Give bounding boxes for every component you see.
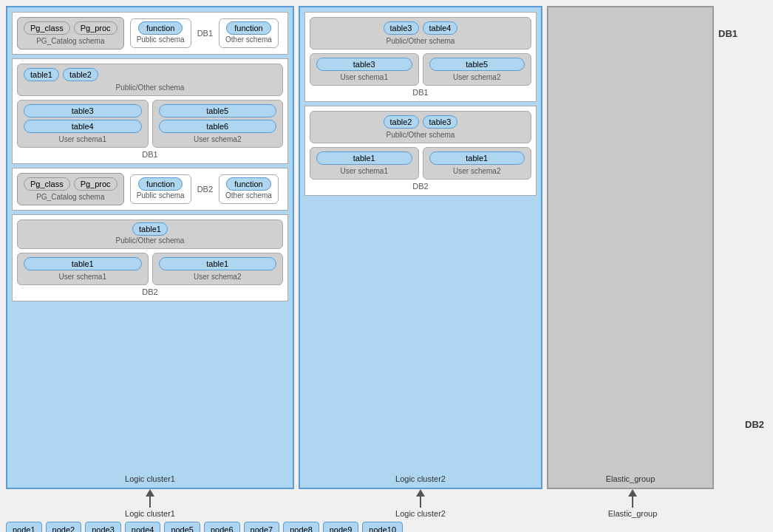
pg-proc-1: Pg_proc bbox=[74, 21, 118, 35]
table4-c2-db1: table4 bbox=[423, 21, 458, 35]
arrow-c1 bbox=[146, 489, 154, 508]
public-other-pills-c1-db1: table1 table2 bbox=[24, 68, 276, 81]
arrow-line-c2 bbox=[420, 497, 421, 508]
arrow-elastic-container bbox=[547, 489, 718, 508]
right-spacer2 bbox=[723, 509, 767, 518]
table2-c1-db1: table2 bbox=[63, 68, 98, 81]
db1-right-label: DB1 bbox=[718, 28, 740, 39]
other-schema-label-1: Other schema bbox=[225, 35, 272, 44]
function-db2-2: function bbox=[226, 177, 271, 191]
node9: node9 bbox=[323, 522, 359, 532]
node8: node8 bbox=[283, 522, 319, 532]
cluster2-db1-box: table3 table4 Public/Other schema table3… bbox=[304, 12, 537, 102]
cluster1-top-white-box: Pg_class Pg_proc PG_Catalog schema funct… bbox=[12, 12, 288, 55]
logic-cluster1-label-bottom: Logic cluster1 bbox=[6, 509, 294, 518]
user-schema2-label-c1-db2: User schema2 bbox=[159, 273, 277, 281]
node3: node3 bbox=[85, 522, 121, 532]
arrow-c1-container bbox=[6, 489, 294, 508]
db2-label-inline-c1: DB2 bbox=[197, 185, 213, 194]
user-schema1-label-c2-db1: User schema1 bbox=[316, 73, 412, 81]
user-schemas-c2-db1: table3 User schema1 table5 User schema2 bbox=[310, 53, 531, 86]
public-other-c2-db2: table2 table3 Public/Other schema bbox=[310, 111, 531, 143]
cluster1-db2-content-box: table1 Public/Other schema table1 User s… bbox=[12, 214, 288, 301]
pg-catalog-label-1: PG_Catalog schema bbox=[24, 37, 118, 45]
node4: node4 bbox=[125, 522, 161, 532]
other-schema-box-1: function Other schema bbox=[219, 18, 279, 48]
function-1: function bbox=[138, 21, 183, 35]
table1-user2-c2-db2: table1 bbox=[429, 151, 525, 165]
arrow-head-c2 bbox=[416, 489, 425, 497]
user-schema1-c2-db2: table1 User schema1 bbox=[310, 147, 419, 180]
pg-catalog-box-1: Pg_class Pg_proc PG_Catalog schema bbox=[17, 17, 124, 50]
table1-user1-c2-db2: table1 bbox=[316, 151, 412, 165]
arrow-elastic bbox=[628, 489, 637, 508]
table3-c2-db2: table3 bbox=[423, 115, 458, 129]
user-schema1-label-c2-db2: User schema1 bbox=[316, 167, 412, 175]
table3-c2-db1: table3 bbox=[384, 21, 419, 35]
public-other-pills-c2-db1: table3 table4 bbox=[316, 21, 525, 35]
node2: node2 bbox=[46, 522, 82, 532]
table1-c1-db1: table1 bbox=[24, 68, 59, 81]
node7: node7 bbox=[244, 522, 280, 532]
arrow-head-elastic bbox=[628, 489, 637, 497]
cluster1-db2-top-white-box: Pg_class Pg_proc PG_Catalog schema funct… bbox=[12, 168, 288, 211]
db2-right-label: DB2 bbox=[745, 419, 767, 430]
cluster1-db1-content-box: table1 table2 Public/Other schema table3… bbox=[12, 58, 288, 164]
table1-user1-c1-db2: table1 bbox=[24, 257, 142, 270]
elastic-group-label-bottom: Elastic_group bbox=[547, 509, 718, 518]
public-other-box-c1-db1: table1 table2 Public/Other schema bbox=[17, 64, 283, 96]
table3-c1-db1: table3 bbox=[24, 104, 142, 117]
logic-cluster2-bottom-label: Logic cluster2 bbox=[304, 474, 537, 483]
logic-cluster2-area: table3 table4 Public/Other schema table3… bbox=[299, 6, 542, 489]
table1-user2-c1-db2: table1 bbox=[159, 257, 277, 270]
elastic-group-bottom-label: Elastic_group bbox=[553, 474, 708, 483]
user-schema1-c2-db1: table3 User schema1 bbox=[310, 53, 419, 86]
user-schemas-c1-db1: table3 table4 User schema1 table5 table6… bbox=[17, 100, 283, 148]
table6-c1-db1: table6 bbox=[159, 120, 277, 133]
db1-content-label: DB1 bbox=[17, 150, 283, 159]
elastic-group-area: Elastic_group bbox=[547, 6, 714, 489]
db1-label-inline-c1: DB1 bbox=[197, 29, 213, 38]
arrow-c2-container bbox=[299, 489, 542, 508]
other-schema-box-db2: function Other schema bbox=[219, 174, 279, 204]
node1: node1 bbox=[6, 522, 42, 532]
public-other-label-c2-db1: Public/Other schema bbox=[316, 37, 525, 45]
right-spacer bbox=[723, 489, 767, 508]
pg-catalog-label-db2: PG_Catalog schema bbox=[24, 193, 118, 201]
user-schema2-c1-db2: table1 User schema2 bbox=[152, 253, 284, 285]
user-schema2-c1-db1: table5 table6 User schema2 bbox=[152, 100, 284, 148]
user-schema1-c1-db2: table1 User schema1 bbox=[17, 253, 149, 285]
public-other-label-c1-db1: Public/Other schema bbox=[24, 83, 276, 92]
arrow-line-c1 bbox=[149, 497, 151, 508]
nodes-section: node1 node2 node3 node4 node5 node6 node… bbox=[6, 522, 767, 532]
bottom-section: Logic cluster1 Logic cluster2 Elastic_gr… bbox=[6, 489, 767, 532]
user-schema2-label-c2-db2: User schema2 bbox=[429, 167, 525, 175]
user-schema2-label-c1-db1: User schema2 bbox=[159, 135, 277, 143]
db2-content-label-c1: DB2 bbox=[17, 287, 283, 296]
public-other-box-c1-db2: table1 Public/Other schema bbox=[17, 219, 283, 249]
user-schema1-label-c1-db2: User schema1 bbox=[24, 273, 142, 281]
function-db2-1: function bbox=[138, 177, 183, 191]
db1-right-side: DB1 bbox=[718, 6, 740, 489]
public-schema-box-1: function Public schema bbox=[130, 18, 191, 48]
logic-cluster1-area: Pg_class Pg_proc PG_Catalog schema funct… bbox=[6, 6, 294, 489]
pg-catalog-box-db2: Pg_class Pg_proc PG_Catalog schema bbox=[17, 173, 124, 205]
user-schemas-c1-db2: table1 User schema1 table1 User schema2 bbox=[17, 253, 283, 285]
arrows-row bbox=[6, 489, 767, 508]
user-schema1-label-c1-db1: User schema1 bbox=[24, 135, 142, 143]
pg-catalog-pills-row-1: Pg_class Pg_proc bbox=[24, 21, 118, 35]
function-2: function bbox=[226, 21, 271, 35]
pg-class-1: Pg_class bbox=[24, 21, 70, 35]
cluster-labels-row: Logic cluster1 Logic cluster2 Elastic_gr… bbox=[6, 509, 767, 518]
public-schema-box-db2: function Public schema bbox=[130, 174, 191, 204]
public-other-pills-c2-db2: table2 table3 bbox=[316, 115, 525, 129]
pg-catalog-pills-row-db2: Pg_class Pg_proc bbox=[24, 177, 118, 191]
table5-c1-db1: table5 bbox=[159, 104, 277, 117]
other-schema-label-db2: Other schema bbox=[225, 191, 272, 200]
public-other-c2-db1: table3 table4 Public/Other schema bbox=[310, 17, 531, 50]
cluster2-db2-box: table2 table3 Public/Other schema table1… bbox=[304, 106, 537, 196]
logic-cluster1-bottom-label: Logic cluster1 bbox=[12, 474, 288, 483]
user-schema1-c1-db1: table3 table4 User schema1 bbox=[17, 100, 149, 148]
user-schemas-c2-db2: table1 User schema1 table1 User schema2 bbox=[310, 147, 531, 180]
db2-right-side: DB2 bbox=[745, 6, 767, 489]
